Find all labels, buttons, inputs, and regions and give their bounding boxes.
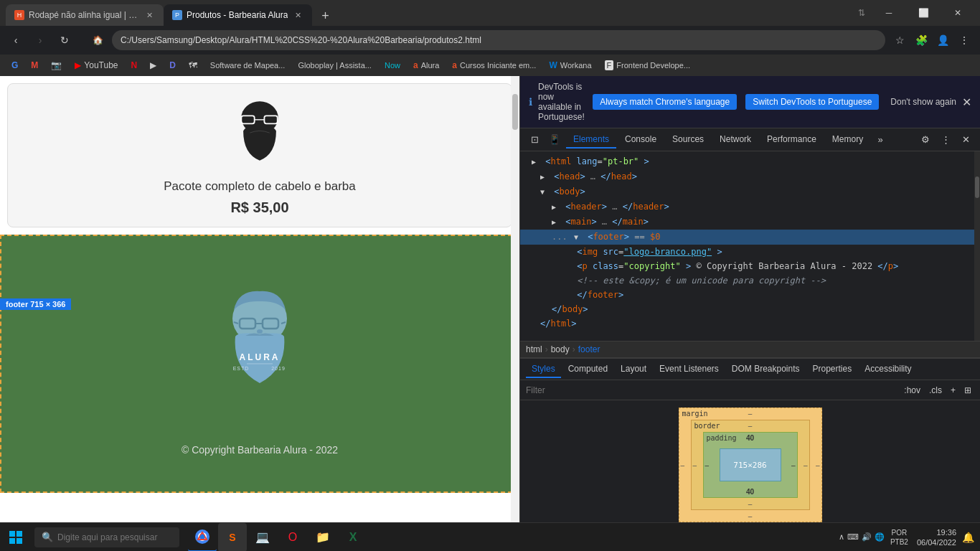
bookmark-instagram[interactable]: 📷 [45,59,67,72]
border-box: border – – – – padding 40 40 – [691,420,810,510]
taskbar-app-explorer[interactable]: 📁 [308,523,337,552]
taskbar-app-opera[interactable]: O [278,523,307,552]
tab-sources[interactable]: Sources [665,131,711,149]
margin-right-val: – [816,461,820,469]
dom-line-body-close[interactable]: </body> [520,302,974,316]
search-input[interactable] [57,532,172,542]
device-icon[interactable]: 📱 [546,131,563,149]
bookmark-disney[interactable]: D [164,59,182,72]
padding-label: padding [707,434,737,442]
tab-memory[interactable]: Memory [825,131,870,149]
taskbar: 🔍 S 💻 O 📁 X ∧ [0,522,980,551]
cls-filter[interactable]: .cls [926,384,945,397]
match-language-button[interactable]: Always match Chrome's language [593,94,737,110]
devtools-close-icon[interactable]: ✕ [957,131,974,149]
notification-close-icon[interactable]: ✕ [962,95,971,109]
dom-line-html[interactable]: ▶ <html lang="pt-br" > [520,154,974,169]
tab-performance[interactable]: Performance [760,131,824,149]
bookmark-maps[interactable]: 🗺 [183,59,203,72]
taskbar-app-teams[interactable]: 💻 [248,523,277,552]
chevron-up-icon[interactable]: ∧ [839,532,844,542]
web-scrollbar[interactable] [511,76,519,551]
tab-elements[interactable]: Elements [566,131,616,149]
breadcrumb-body[interactable]: body [551,344,570,354]
url-input[interactable] [112,30,885,50]
dom-line-html-close[interactable]: </html> [520,316,974,331]
more-options-icon[interactable]: ⋮ [937,131,954,149]
tab-computed[interactable]: Computed [562,361,613,378]
bookmark-icon[interactable]: ☆ [890,30,910,50]
reload-button[interactable]: ↻ [55,30,75,50]
browser-tab-1[interactable]: H Rodapé não alinha igual | HTML5... ✕ [6,4,164,26]
tab-event-listeners[interactable]: Event Listeners [654,361,725,378]
taskbar-app-chrome[interactable] [188,523,217,552]
layout-icon[interactable]: ⊞ [961,384,974,397]
dom-line-main[interactable]: ▶ <main> … </main> [520,215,974,230]
hov-filter[interactable]: :hov [901,384,923,397]
breadcrumb-html[interactable]: html [526,344,542,354]
tab-accessibility[interactable]: Accessibility [859,361,917,378]
tab-network[interactable]: Network [712,131,758,149]
dom-line-comment[interactable]: <!-- este &copy; é um unicode para copyr… [520,273,974,288]
forward-button[interactable]: › [30,30,50,50]
more-tabs-icon[interactable]: » [872,131,889,149]
dont-show-button[interactable]: Don't show again [890,97,956,107]
bookmark-netflix[interactable]: N [126,59,143,72]
maximize-button[interactable]: ⬜ [907,0,940,26]
scrollbar-thumb[interactable] [512,94,518,130]
bookmark-m[interactable]: M [25,59,44,72]
tab2-close[interactable]: ✕ [292,9,303,21]
dom-line-p[interactable]: <p class="copyright" > © Copyright Barbe… [520,259,974,273]
tab-dom-breakpoints[interactable]: DOM Breakpoints [726,361,806,378]
dom-line-body[interactable]: ▼ <body> [520,184,974,199]
notification-button[interactable]: 🔔 [962,532,974,543]
taskbar-app-sublime[interactable]: S [218,523,247,552]
tab2-title: Produtos - Barbearia Alura [187,10,288,20]
tab-console[interactable]: Console [618,131,664,149]
extension-icon[interactable]: 🧩 [911,30,931,50]
close-button[interactable]: ✕ [941,0,974,26]
settings-icon[interactable]: ⚙ [917,131,934,149]
dom-line-header[interactable]: ▶ <header> … </header> [520,199,974,215]
profile-icon[interactable]: 👤 [933,30,953,50]
inspect-icon[interactable]: ⊡ [526,131,543,149]
filter-input[interactable] [526,385,898,395]
devtools-scrollbar[interactable] [974,151,980,341]
bookmark-prime[interactable]: ▶ [144,59,162,72]
bookmark-globo[interactable]: Globoplay | Assista... [292,60,377,71]
tab-layout[interactable]: Layout [615,361,652,378]
taskbar-search[interactable]: 🔍 [34,527,179,547]
dom-line-footer[interactable]: ... ▼ <footer> == $0 [520,230,974,245]
new-tab-button[interactable]: + [315,6,335,26]
bookmark-alura1[interactable]: a Alura [407,59,445,72]
bookmark-workana-label: Workana [560,61,592,70]
triangle-body: ▼ [540,186,549,199]
browser-tab-2[interactable]: P Produtos - Barbearia Alura ✕ [164,4,312,26]
minimize-button[interactable]: ─ [872,0,905,26]
dom-line-head[interactable]: ▶ <head> … </head> [520,169,974,184]
menu-icon[interactable]: ⋮ [954,30,974,50]
bookmark-softwaremapas[interactable]: Software de Mapea... [204,60,291,71]
network-icon[interactable]: 🌐 [875,532,885,542]
breadcrumb-footer[interactable]: footer [578,344,600,354]
taskbar-app-excel[interactable]: X [339,523,367,552]
bookmark-frontend[interactable]: F Frontend Develope... [599,59,696,72]
bookmark-alura2[interactable]: a Cursos Iniciante em... [446,59,542,72]
back-button[interactable]: ‹ [6,30,26,50]
dom-line-img[interactable]: <img src="logo-branco.png" > [520,245,974,259]
speaker-icon[interactable]: 🔊 [862,532,872,542]
bookmark-g[interactable]: G [6,59,24,72]
element-tooltip: footer 715 × 366 [0,298,71,310]
dom-line-footer-close[interactable]: </footer> [520,288,974,302]
tab1-close[interactable]: ✕ [143,9,155,21]
triangle-html: ▶ [532,156,540,169]
tab-properties[interactable]: Properties [807,361,858,378]
bookmark-youtube-icon[interactable]: ▶ YouTube [69,59,123,72]
start-button[interactable] [0,523,32,552]
switch-devtools-button[interactable]: Switch DevTools to Portuguese [745,94,879,110]
bookmark-now[interactable]: Now [379,60,406,71]
tab-styles[interactable]: Styles [526,361,561,378]
bookmark-workana[interactable]: W Workana [543,59,597,72]
devtools-scroll-thumb[interactable] [975,176,979,198]
add-style-btn[interactable]: + [948,384,958,397]
